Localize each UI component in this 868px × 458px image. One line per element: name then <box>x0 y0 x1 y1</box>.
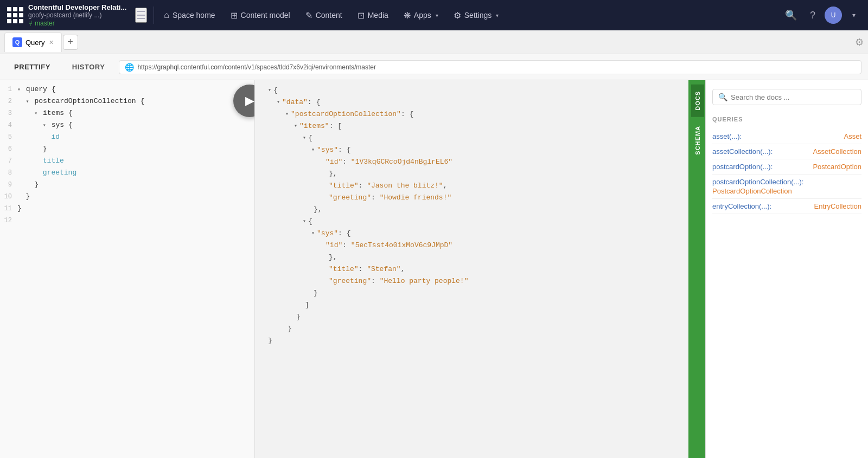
out-line-8: "title": "Jason the blitz!", <box>268 180 688 192</box>
url-bar: 🌐 https://graphql.contentful.com/content… <box>119 60 861 74</box>
branch-icon: ⑂ <box>28 19 33 28</box>
media-icon: ⊡ <box>358 10 365 21</box>
docs-panel: 🔍 QUERIES asset(...): Asset assetCollect… <box>705 80 868 458</box>
editor-line-4: 4 ▾ sys { <box>0 120 254 132</box>
out-line-3: ▾ "items": [ <box>268 120 688 132</box>
schema-tab[interactable]: SCHEMA <box>691 119 704 162</box>
editor-line-11: 11 } <box>0 204 254 216</box>
tabbar: Q Query × + ⚙ <box>0 30 868 54</box>
nav-apps[interactable]: ❋ Apps <box>396 0 446 30</box>
toolbar: PRETTIFY HISTORY 🌐 https://graphql.conte… <box>0 54 868 80</box>
docs-item-postcard-option[interactable]: postcardOption(...): PostcardOption <box>712 159 861 175</box>
env-label: master <box>35 20 55 27</box>
home-icon: ⌂ <box>164 10 169 20</box>
nav-settings[interactable]: ⚙ Settings <box>446 0 507 30</box>
apps-icon: ❋ <box>404 10 411 21</box>
out-line-0: ▾ { <box>268 85 688 96</box>
editor-line-1: 1 ▾ query { <box>0 85 254 96</box>
nav-content[interactable]: ✎ Content <box>298 0 350 30</box>
topnav: Contentful Developer Relati... goofy-pos… <box>0 0 868 30</box>
out-line-1: ▾ "data": { <box>268 96 688 108</box>
play-button-container: ▶ <box>233 85 255 117</box>
docs-search-bar[interactable]: 🔍 <box>712 89 861 105</box>
docs-item-asset[interactable]: asset(...): Asset <box>712 129 861 144</box>
nav-content-model[interactable]: ⊞ Content model <box>223 0 298 30</box>
apps-grid-icon[interactable] <box>4 4 26 26</box>
out-line-17: } <box>268 287 688 299</box>
out-line-9: "greeting": "Howdie friends!" <box>268 192 688 204</box>
side-tabs: DOCS SCHEMA <box>690 80 705 458</box>
avatar[interactable]: U <box>825 7 842 24</box>
out-line-20: } <box>268 323 688 335</box>
out-line-11: ▾ { <box>268 216 688 228</box>
brand-env: ⑂ master <box>28 19 126 28</box>
history-button[interactable]: HISTORY <box>65 60 113 74</box>
out-line-2: ▾ "postcardOptionCollection": { <box>268 108 688 120</box>
nav-apps-label: Apps <box>414 11 431 20</box>
nav-space-home[interactable]: ⌂ Space home <box>156 0 222 30</box>
nav-content-model-label: Content model <box>241 11 290 20</box>
editor-line-2: 2 ▾ postcardOptionCollection { <box>0 96 254 108</box>
nav-space-home-label: Space home <box>173 11 215 20</box>
play-button[interactable]: ▶ <box>233 85 255 117</box>
docs-search-icon: 🔍 <box>718 93 727 101</box>
content-icon: ✎ <box>305 10 312 21</box>
prettify-button[interactable]: PRETTIFY <box>7 60 58 74</box>
tab-label: Query <box>25 38 44 47</box>
docs-item-postcard-option-collection[interactable]: postcardOptionCollection(...): PostcardO… <box>712 175 861 199</box>
editor-line-8: 8 greeting <box>0 168 254 180</box>
out-line-7: }, <box>268 168 688 180</box>
out-line-18: ] <box>268 299 688 311</box>
globe-icon: 🌐 <box>125 63 134 72</box>
nav-media[interactable]: ⊡ Media <box>350 0 396 30</box>
new-tab-button[interactable]: + <box>63 35 78 50</box>
editor-line-7: 7 title <box>0 156 254 168</box>
out-line-21: } <box>268 335 688 347</box>
tab-q-badge: Q <box>12 37 22 47</box>
out-line-5: ▾ "sys": { <box>268 144 688 156</box>
brand: Contentful Developer Relati... goofy-pos… <box>28 3 126 28</box>
out-line-13: ▾ "id": "5ecTsst4o0ixMoV6c9JMpD" <box>268 240 688 251</box>
docs-section-title: QUERIES <box>712 116 861 122</box>
editor-line-9: 9 } <box>0 180 254 192</box>
docs-item-entry-collection[interactable]: entryCollection(...): EntryCollection <box>712 199 861 214</box>
content-model-icon: ⊞ <box>231 10 238 21</box>
main-content: 1 ▾ query { 2 ▾ postcardOptionCollection… <box>0 80 868 458</box>
tab-close-button[interactable]: × <box>49 38 53 47</box>
out-line-10: }, <box>268 204 688 216</box>
editor-line-3: 3 ▾ items { <box>0 108 254 120</box>
topnav-links: ⌂ Space home ⊞ Content model ✎ Content ⊡… <box>156 0 781 30</box>
editor-line-10: 10 } <box>0 192 254 204</box>
nav-settings-label: Settings <box>464 11 492 20</box>
editor-panel: 1 ▾ query { 2 ▾ postcardOptionCollection… <box>0 80 255 458</box>
tab-settings-icon[interactable]: ⚙ <box>855 36 864 48</box>
topnav-right-actions: 🔍 ? U ▾ <box>781 5 864 25</box>
out-line-15: "title": "Stefan", <box>268 263 688 275</box>
docs-tab[interactable]: DOCS <box>691 85 704 117</box>
brand-subtitle: goofy-postcard (netlify ...) <box>28 11 126 19</box>
hamburger-button[interactable]: ☰ <box>135 8 147 23</box>
nav-content-label: Content <box>316 11 342 20</box>
nav-media-label: Media <box>368 11 388 20</box>
output-panel: ▾ { ▾ "data": { ▾ "postcardOptionCollect… <box>255 80 690 458</box>
docs-item-asset-collection[interactable]: assetCollection(...): AssetCollection <box>712 144 861 159</box>
out-line-4: ▾ { <box>268 132 688 144</box>
url-text: https://graphql.contentful.com/content/v… <box>137 63 376 71</box>
account-chevron[interactable]: ▾ <box>844 5 864 25</box>
query-tab[interactable]: Q Query × <box>4 33 62 52</box>
editor-line-12: 12 <box>0 216 254 228</box>
out-line-6: ▾ "id": "1V3kqGCRcoOjd4nBglrEL6" <box>268 156 688 168</box>
search-button[interactable]: 🔍 <box>781 5 801 25</box>
editor-line-6: 6 } <box>0 144 254 156</box>
docs-search-input[interactable] <box>731 93 856 101</box>
out-line-19: } <box>268 311 688 323</box>
out-line-12: ▾ "sys": { <box>268 228 688 240</box>
help-button[interactable]: ? <box>803 5 822 25</box>
brand-title: Contentful Developer Relati... <box>28 3 126 11</box>
out-line-16: "greeting": "Hello party people!" <box>268 275 688 287</box>
nav-divider <box>154 7 154 24</box>
out-line-14: }, <box>268 251 688 263</box>
editor-line-5: 5 id <box>0 132 254 144</box>
settings-icon: ⚙ <box>454 10 461 21</box>
